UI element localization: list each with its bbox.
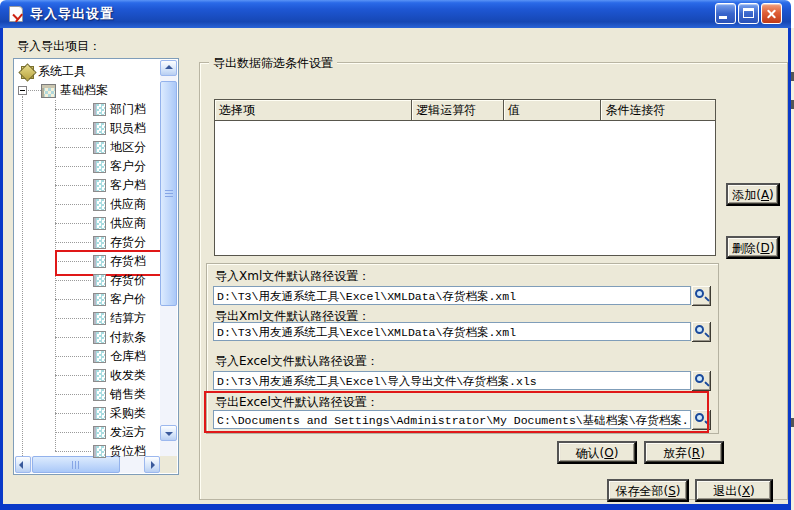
browse-import-excel-button[interactable] [692,371,711,391]
minimize-icon [719,16,727,19]
confirm-button[interactable]: 确认(O) [557,441,637,464]
tree-item[interactable]: 销售类 [15,385,160,404]
tree-item-root[interactable]: 系统工具 [15,62,160,81]
tree-item[interactable]: 货位档 [15,442,160,458]
close-button[interactable] [761,3,782,24]
maximize-icon [743,8,754,18]
import-export-settings-dialog: 导入导出设置 导入导出项目： 系统工具 基础档案 [0,0,794,510]
tree-item-label: 供应商 [110,196,146,213]
document-grid-icon [93,198,106,211]
document-grid-icon [93,274,106,287]
tree-item-group[interactable]: 基础档案 [15,81,160,100]
tree-item[interactable]: 收发类 [15,366,160,385]
browse-import-xml-button[interactable] [692,286,711,306]
tree-item-label: 货位档 [110,443,146,458]
tree-vertical-scrollbar[interactable] [160,60,177,458]
document-grid-icon [93,236,106,249]
vertical-scroll-thumb[interactable] [160,81,177,306]
tree-item[interactable]: 仓库档 [15,347,160,366]
titlebar[interactable]: 导入导出设置 [0,0,791,28]
tree-item[interactable]: 客户价 [15,290,160,309]
tree-item[interactable]: 存货价 [15,271,160,290]
minimize-button[interactable] [715,3,736,24]
export-xml-path-input[interactable] [213,322,691,341]
annotation-box-export-excel [204,391,709,433]
tree-item-label: 部门档 [110,101,146,118]
import-xml-path-input[interactable] [213,286,691,305]
document-grid-icon [93,141,106,154]
maximize-button[interactable] [738,3,759,24]
tree-item[interactable]: 采购类 [15,404,160,423]
window-title: 导入导出设置 [30,5,114,23]
tree-item-label: 客户分 [110,158,146,175]
tree-item[interactable]: 付款条 [15,328,160,347]
magnifier-icon [695,325,704,334]
tree-item[interactable]: 结算方 [15,309,160,328]
import-export-items-tree[interactable]: 系统工具 基础档案 部门档职员档地区分客户分客户档供应商供应商存货分存货档存货价… [13,58,179,475]
document-grid-icon [93,122,106,135]
tree-item-label: 仓库档 [110,348,146,365]
delete-button[interactable]: 删除(D) [726,236,780,259]
scroll-right-button[interactable] [144,456,160,473]
horizontal-scroll-thumb[interactable] [32,456,120,473]
cancel-button[interactable]: 放弃(R) [644,441,724,464]
filter-condition-grid[interactable]: 选择项 逻辑运算符 值 条件连接符 [214,99,716,256]
grid-header-select-item: 选择项 [215,100,412,121]
document-grid-icon [93,255,106,268]
archive-icon [41,84,56,98]
grid-header-logic-operator: 逻辑运算符 [412,100,504,121]
tree-item[interactable]: 发运方 [15,423,160,442]
tree-item[interactable]: 部门档 [15,100,160,119]
tree-item[interactable]: 存货档 [15,252,160,271]
tree-item-label: 系统工具 [38,63,86,80]
scroll-left-button[interactable] [15,456,31,473]
import-excel-path-input[interactable] [213,371,691,390]
browse-export-xml-button[interactable] [692,322,711,342]
tree-item-label: 销售类 [110,386,146,403]
document-grid-icon [93,217,106,230]
tree-item-label: 基础档案 [60,82,108,99]
tree-item[interactable]: 供应商 [15,195,160,214]
dialog-body: 导入导出项目： 系统工具 基础档案 部门档职员档地区分客户分客户档供应商供应商存… [0,28,791,510]
document-grid-icon [93,103,106,116]
collapse-minus-icon[interactable] [18,86,27,95]
groupbox-title: 导出数据筛选条件设置 [209,55,337,72]
tree-item-label: 结算方 [110,310,146,327]
tree-horizontal-scrollbar[interactable] [15,456,160,473]
tree-item-label: 职员档 [110,120,146,137]
scroll-up-button[interactable] [160,60,177,76]
export-filter-groupbox: 导出数据筛选条件设置 选择项 逻辑运算符 值 条件连接符 添加(A) 删除(D)… [199,62,788,500]
exit-button[interactable]: 退出(X) [695,479,773,502]
arrow-down-icon [165,432,173,436]
tree-item-label: 存货价 [110,272,146,289]
tree-item-label: 发运方 [110,424,146,441]
tree-item[interactable]: 供应商 [15,214,160,233]
document-grid-icon [93,160,106,173]
document-grid-icon [93,426,106,439]
document-grid-icon [93,407,106,420]
add-button[interactable]: 添加(A) [726,183,780,206]
tree-item[interactable]: 客户档 [15,176,160,195]
document-grid-icon [93,312,106,325]
document-grid-icon [93,179,106,192]
tree-item-label: 存货档 [110,253,146,270]
arrow-left-icon [19,461,23,469]
import-xml-path-label: 导入Xml文件默认路径设置： [215,268,370,285]
tree-item[interactable]: 职员档 [15,119,160,138]
tree-item-label: 收发类 [110,367,146,384]
import-excel-path-label: 导入Excel文件默认路径设置： [215,353,379,370]
arrow-up-icon [165,65,173,69]
tree-item[interactable]: 客户分 [15,157,160,176]
tree-item-label: 客户价 [110,291,146,308]
tree-item-label: 采购类 [110,405,146,422]
save-all-button[interactable]: 保存全部(S) [607,479,689,502]
tree-item-label: 地区分 [110,139,146,156]
grid-header-value: 值 [504,100,602,121]
tree-content: 系统工具 基础档案 部门档职员档地区分客户分客户档供应商供应商存货分存货档存货价… [15,60,160,458]
grid-header-row: 选择项 逻辑运算符 值 条件连接符 [215,100,715,121]
document-grid-icon [93,369,106,382]
grid-header-condition-connector: 条件连接符 [601,100,715,121]
tree-item[interactable]: 地区分 [15,138,160,157]
document-grid-icon [93,350,106,363]
scroll-down-button[interactable] [160,425,177,441]
